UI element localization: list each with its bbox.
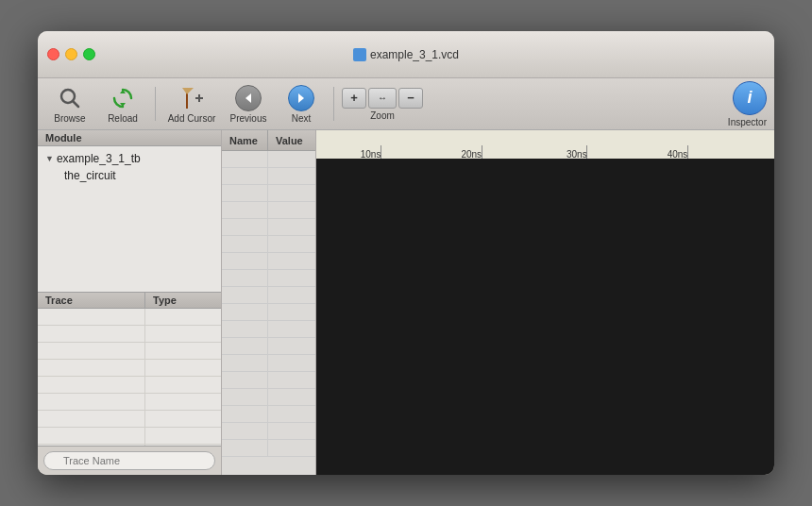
nv-value-cell bbox=[268, 355, 315, 371]
nv-header: Name Value bbox=[222, 130, 315, 151]
nv-name-cell bbox=[222, 202, 268, 218]
nv-row bbox=[222, 236, 315, 253]
zoom-fit-button[interactable]: ↔ bbox=[368, 88, 397, 109]
next-button[interactable]: Next bbox=[277, 82, 326, 126]
nv-name-cell bbox=[222, 338, 268, 354]
trace-row bbox=[38, 343, 221, 360]
tree-arrow-icon: ▼ bbox=[45, 154, 54, 163]
title-bar: example_3_1.vcd bbox=[38, 31, 774, 78]
trace-row bbox=[38, 394, 221, 411]
nv-value-cell bbox=[268, 423, 315, 439]
trace-row bbox=[38, 377, 221, 394]
inspector-label: Inspector bbox=[728, 117, 767, 127]
timeline-tick: 40ns bbox=[687, 145, 688, 159]
nv-row bbox=[222, 253, 315, 270]
previous-button[interactable]: Previous bbox=[224, 82, 273, 126]
nv-row bbox=[222, 168, 315, 185]
svg-marker-7 bbox=[298, 93, 304, 103]
nv-value-cell bbox=[268, 236, 315, 252]
zoom-in-button[interactable]: + bbox=[342, 88, 366, 109]
nv-name-cell bbox=[222, 372, 268, 388]
add-cursor-label: Add Cursor bbox=[168, 113, 216, 124]
nv-value-cell bbox=[268, 338, 315, 354]
toolbar: Browse Reload bbox=[38, 78, 774, 130]
nv-row bbox=[222, 338, 315, 355]
trace-row bbox=[38, 360, 221, 377]
nv-name-cell bbox=[222, 151, 268, 167]
trace-list[interactable] bbox=[38, 309, 221, 447]
maximize-button[interactable] bbox=[83, 48, 95, 60]
trace-header: Trace Type bbox=[38, 293, 221, 309]
nv-name-cell bbox=[222, 440, 268, 456]
previous-icon bbox=[235, 85, 262, 111]
trace-type-cell bbox=[145, 326, 221, 342]
timeline-tick: 30ns bbox=[586, 145, 587, 159]
nv-name-cell bbox=[222, 355, 268, 371]
nv-row bbox=[222, 372, 315, 389]
trace-type-cell bbox=[145, 411, 221, 427]
zoom-label: Zoom bbox=[370, 110, 395, 121]
trace-row bbox=[38, 428, 221, 445]
add-cursor-button[interactable]: Add Cursor bbox=[163, 82, 220, 126]
nv-value-cell bbox=[268, 270, 315, 286]
nv-name-cell bbox=[222, 253, 268, 269]
nv-row bbox=[222, 219, 315, 236]
minimize-button[interactable] bbox=[65, 48, 77, 60]
nv-value-cell bbox=[268, 219, 315, 235]
nv-row bbox=[222, 304, 315, 321]
nv-name-cell bbox=[222, 270, 268, 286]
trace-name-cell bbox=[38, 343, 145, 359]
search-bar: ⌕ bbox=[38, 446, 221, 475]
nv-rows bbox=[222, 151, 315, 475]
svg-marker-3 bbox=[182, 88, 194, 94]
add-cursor-icon bbox=[178, 85, 205, 111]
trace-type-cell bbox=[145, 343, 221, 359]
nv-row bbox=[222, 321, 315, 338]
tree-item-example[interactable]: ▼ example_3_1_tb bbox=[38, 150, 221, 167]
previous-circle bbox=[235, 85, 262, 111]
trace-name-cell bbox=[38, 394, 145, 410]
trace-name-cell bbox=[38, 309, 145, 325]
module-tree[interactable]: ▼ example_3_1_tb the_circuit bbox=[38, 146, 221, 292]
nv-row bbox=[222, 287, 315, 304]
browse-icon bbox=[57, 85, 83, 111]
nv-name-cell bbox=[222, 287, 268, 303]
nv-name-cell bbox=[222, 406, 268, 422]
trace-type-cell bbox=[145, 394, 221, 410]
trace-type-cell bbox=[145, 309, 221, 325]
svg-marker-6 bbox=[245, 93, 251, 103]
trace-type-cell bbox=[145, 377, 221, 393]
nv-value-cell bbox=[268, 372, 315, 388]
timeline-tick: 10ns bbox=[381, 145, 381, 159]
nv-name-cell bbox=[222, 168, 268, 184]
module-header: Module bbox=[38, 130, 221, 146]
timeline-inner: 10ns 20ns 30ns 40ns bbox=[316, 130, 774, 159]
close-button[interactable] bbox=[47, 48, 59, 60]
previous-label: Previous bbox=[230, 113, 267, 124]
zoom-out-button[interactable]: − bbox=[398, 88, 423, 109]
next-label: Next bbox=[292, 113, 312, 124]
tree-item-circuit[interactable]: the_circuit bbox=[38, 167, 221, 184]
reload-button[interactable]: Reload bbox=[98, 82, 147, 126]
search-input[interactable] bbox=[43, 451, 215, 470]
nv-value-cell bbox=[268, 151, 315, 167]
trace-row bbox=[38, 411, 221, 428]
nv-value-cell bbox=[268, 202, 315, 218]
main-window: example_3_1.vcd Browse bbox=[38, 31, 774, 475]
trace-name-cell bbox=[38, 428, 145, 444]
value-col-header: Value bbox=[268, 130, 315, 150]
nv-name-cell bbox=[222, 185, 268, 201]
inspector-button[interactable]: i bbox=[733, 81, 767, 115]
svg-line-1 bbox=[73, 101, 78, 107]
nv-name-cell bbox=[222, 304, 268, 320]
toolbar-sep-1 bbox=[155, 87, 156, 121]
title-file-icon bbox=[353, 48, 366, 61]
nv-value-cell bbox=[268, 321, 315, 337]
nv-name-cell bbox=[222, 219, 268, 235]
browse-button[interactable]: Browse bbox=[45, 82, 94, 126]
nv-name-cell bbox=[222, 321, 268, 337]
left-panel: Module ▼ example_3_1_tb the_circuit Trac… bbox=[38, 130, 222, 475]
trace-type-cell bbox=[145, 360, 221, 376]
tick-label: 20ns bbox=[461, 149, 482, 159]
nv-row bbox=[222, 185, 315, 202]
